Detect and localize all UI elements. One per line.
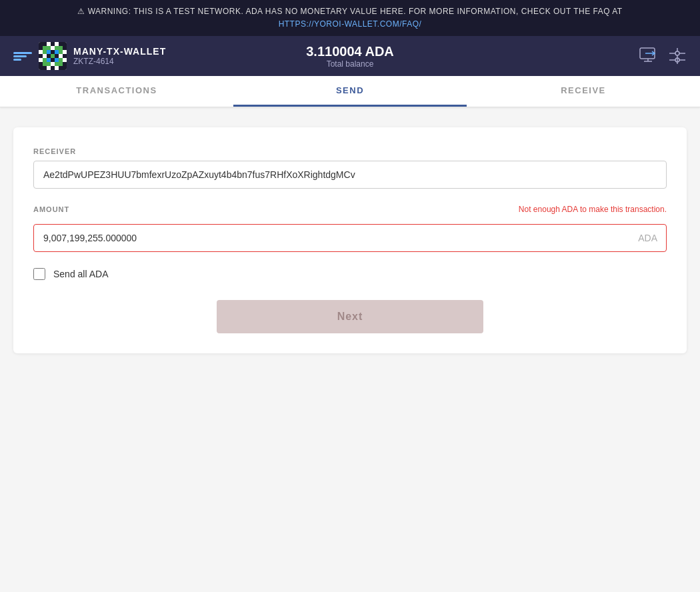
warning-text: ⚠ WARNING: THIS IS A TEST NETWORK. ADA H… <box>77 7 622 16</box>
amount-section: AMOUNT Not enough ADA to make this trans… <box>33 205 667 252</box>
main-content: RECEIVER AMOUNT Not enough ADA to make t… <box>0 107 700 373</box>
balance-label: Total balance <box>306 59 394 69</box>
tab-transactions[interactable]: TRANSACTIONS <box>0 76 233 107</box>
balance-amount: 3.110004 ADA <box>306 44 394 59</box>
svg-point-4 <box>675 51 679 55</box>
tab-send[interactable]: SEND <box>233 76 467 107</box>
header-actions <box>639 47 687 65</box>
receiver-input[interactable] <box>33 161 667 189</box>
tab-receive[interactable]: RECEIVE <box>467 76 700 107</box>
send-all-checkbox[interactable] <box>33 268 45 280</box>
amount-error-text: Not enough ADA to make this transaction. <box>519 205 667 214</box>
send-receive-icon <box>639 47 657 65</box>
receiver-label: RECEIVER <box>33 147 667 155</box>
next-button[interactable]: Next <box>217 300 483 333</box>
wallet-info: MANY-TX-WALLET ZKTZ-4614 <box>73 46 166 66</box>
send-receive-icon-button[interactable] <box>639 47 657 65</box>
send-all-row: Send all ADA <box>33 268 667 280</box>
amount-label: AMOUNT <box>33 205 69 213</box>
settings-icon <box>668 47 687 65</box>
send-card: RECEIVER AMOUNT Not enough ADA to make t… <box>13 127 687 353</box>
header-balance: 3.110004 ADA Total balance <box>306 44 394 69</box>
amount-wrapper: ADA <box>33 224 667 252</box>
warning-banner: ⚠ WARNING: THIS IS A TEST NETWORK. ADA H… <box>0 0 700 36</box>
amount-field-row: AMOUNT Not enough ADA to make this trans… <box>33 205 667 219</box>
send-all-label[interactable]: Send all ADA <box>53 269 109 279</box>
wallet-name: MANY-TX-WALLET <box>73 46 166 57</box>
settings-icon-button[interactable] <box>668 47 687 65</box>
warning-link[interactable]: HTTPS://YOROI-WALLET.COM/FAQ/ <box>13 18 687 31</box>
receiver-section: RECEIVER <box>33 147 667 189</box>
wallet-avatar <box>39 42 67 70</box>
amount-input[interactable] <box>33 224 667 252</box>
header: MANY-TX-WALLET ZKTZ-4614 3.110004 ADA To… <box>0 36 700 76</box>
wallet-id: ZKTZ-4614 <box>73 57 166 66</box>
header-left: MANY-TX-WALLET ZKTZ-4614 <box>13 42 166 70</box>
yoroi-logo-icon <box>13 52 32 61</box>
nav-tabs: TRANSACTIONS SEND RECEIVE <box>0 76 700 107</box>
